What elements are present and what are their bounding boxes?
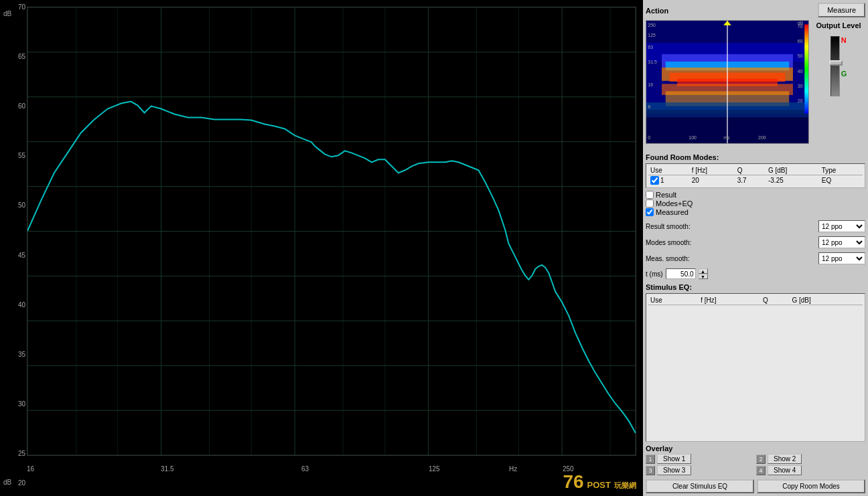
- output-level-slider[interactable]: [830, 36, 840, 96]
- result-checkbox[interactable]: [646, 191, 654, 199]
- tms-label: t (ms): [646, 270, 663, 278]
- row-f: 20: [690, 175, 735, 186]
- y-label-60: 60: [0, 102, 25, 110]
- svg-text:ms: ms: [723, 136, 730, 141]
- svg-text:dB: dB: [798, 21, 804, 25]
- svg-text:30: 30: [798, 84, 803, 88]
- row-q: 3.7: [735, 175, 766, 186]
- g-label: G: [841, 70, 847, 78]
- eq-col-q: Q: [761, 296, 790, 305]
- y-axis-unit: dB: [3, 10, 11, 17]
- overlay-show2-btn[interactable]: Show 2: [768, 454, 802, 464]
- svg-text:200: 200: [758, 136, 766, 141]
- x-label-16: 16: [27, 465, 34, 473]
- overlay-num-1: 1: [646, 454, 655, 464]
- y-bottom-label: dB: [3, 479, 11, 486]
- svg-text:20: 20: [798, 98, 803, 103]
- y-label-40: 40: [0, 301, 25, 308]
- y-label-25: 25: [0, 449, 25, 457]
- svg-text:50: 50: [798, 54, 803, 59]
- spectrogram: 250 125 63 31.5 16 8 0 100 ms 200 70 60 …: [646, 20, 809, 144]
- stimulus-eq-section: Use f [Hz] Q G [dB]: [646, 293, 865, 442]
- eq-col-f: f [Hz]: [699, 296, 761, 305]
- measured-checkbox[interactable]: [646, 208, 654, 216]
- meas-smooth-label: Meas. smooth:: [646, 255, 690, 262]
- overlay-grid: 1 Show 1 2 Show 2 3 Show 3 4 Show 4: [646, 454, 865, 475]
- overlay-show1-btn[interactable]: Show 1: [657, 454, 691, 464]
- col-g: G [dB]: [766, 166, 820, 175]
- overlay-row-4: 4 Show 4: [756, 465, 865, 475]
- svg-text:0: 0: [648, 136, 650, 141]
- overlay-num-3: 3: [646, 466, 655, 475]
- meas-smooth-select[interactable]: 12 ppo 6 ppo: [818, 252, 865, 264]
- result-smooth-label: Result smooth:: [646, 223, 691, 230]
- tms-row: t (ms) 50.0 ▲ ▼: [646, 268, 865, 279]
- result-smooth-row: Result smooth: 12 ppo 6 ppo 3 ppo: [646, 220, 865, 232]
- watermark: 76 POST 玩樂網: [563, 471, 636, 493]
- row-use[interactable]: 1: [648, 175, 690, 186]
- tms-input[interactable]: 50.0: [666, 268, 696, 279]
- row-g: -3.25: [766, 175, 820, 186]
- output-level-section: Output Level N G: [812, 20, 865, 151]
- modes-table: Use f [Hz] Q G [dB] Type 1 20 3.7 -: [648, 166, 863, 185]
- n-label: N: [841, 36, 847, 44]
- slider-thumb[interactable]: [829, 60, 843, 66]
- found-room-modes-section: Use f [Hz] Q G [dB] Type 1 20 3.7 -: [646, 163, 865, 188]
- overlay-show4-btn[interactable]: Show 4: [768, 465, 802, 475]
- modes-smooth-row: Modes smooth: 12 ppo 6 ppo: [646, 236, 865, 248]
- result-label: Result: [656, 191, 676, 199]
- col-use: Use: [648, 166, 690, 175]
- svg-text:8: 8: [648, 104, 650, 109]
- svg-text:16: 16: [648, 82, 653, 87]
- row-type: EQ: [820, 175, 863, 186]
- modes-smooth-select[interactable]: 12 ppo 6 ppo: [818, 236, 865, 248]
- result-check-row: Result: [646, 191, 865, 199]
- stimulus-eq-label: Stimulus EQ:: [646, 283, 865, 291]
- col-q: Q: [735, 166, 766, 175]
- result-checks: Result Modes+EQ Measured: [646, 191, 865, 216]
- meas-smooth-row: Meas. smooth: 12 ppo 6 ppo: [646, 252, 865, 264]
- action-label: Action: [646, 7, 668, 15]
- svg-text:250: 250: [648, 23, 656, 27]
- overlay-show3-btn[interactable]: Show 3: [657, 465, 691, 475]
- col-type: Type: [820, 166, 863, 175]
- measured-check-row: Measured: [646, 208, 865, 216]
- modes-eq-checkbox[interactable]: [646, 199, 654, 208]
- x-label-31: 31.5: [161, 465, 173, 473]
- y-label-45: 45: [0, 251, 25, 258]
- overlay-label: Overlay: [646, 444, 672, 452]
- overlay-num-2: 2: [756, 454, 766, 464]
- modes-smooth-label: Modes smooth:: [646, 239, 691, 246]
- x-unit-hz: Hz: [509, 465, 517, 473]
- svg-text:40: 40: [798, 69, 803, 74]
- svg-text:60: 60: [798, 39, 803, 44]
- modes-eq-label: Modes+EQ: [656, 199, 693, 208]
- chart-area: dB 70 65 60 55 50 45 40 35 30 25 20: [0, 0, 643, 496]
- y-label-55: 55: [0, 152, 25, 159]
- overlay-row-3: 3 Show 3: [646, 465, 755, 475]
- y-label-65: 65: [0, 53, 25, 60]
- tms-down[interactable]: ▼: [699, 274, 708, 279]
- svg-rect-58: [804, 25, 808, 114]
- table-row: 1 20 3.7 -3.25 EQ: [648, 175, 863, 186]
- clear-stimulus-eq-button[interactable]: Clear Stimulus EQ: [646, 479, 754, 493]
- x-label-125: 125: [429, 465, 440, 473]
- y-label-30: 30: [0, 400, 25, 407]
- x-label-63: 63: [301, 465, 309, 473]
- y-label-50: 50: [0, 201, 25, 209]
- result-smooth-select[interactable]: 12 ppo 6 ppo 3 ppo: [818, 220, 865, 232]
- use-checkbox[interactable]: [650, 176, 659, 185]
- y-label-35: 35: [0, 350, 25, 357]
- watermark-post: POST: [587, 480, 611, 490]
- watermark-net: 玩樂網: [614, 481, 636, 489]
- copy-room-modes-button[interactable]: Copy Room Modes: [757, 479, 865, 493]
- overlay-row-1: 1 Show 1: [646, 454, 755, 464]
- tms-up[interactable]: ▲: [699, 268, 708, 274]
- watermark-76: 76: [563, 471, 583, 492]
- overlay-section: Overlay 1 Show 1 2 Show 2 3 Show 3 4 Sho…: [646, 444, 865, 475]
- measure-button[interactable]: Measure: [818, 3, 865, 17]
- tms-spinner: ▲ ▼: [699, 268, 708, 279]
- chart-canvas: [27, 7, 636, 456]
- eq-table: Use f [Hz] Q G [dB]: [648, 296, 863, 305]
- overlay-row-2: 2 Show 2: [756, 454, 865, 464]
